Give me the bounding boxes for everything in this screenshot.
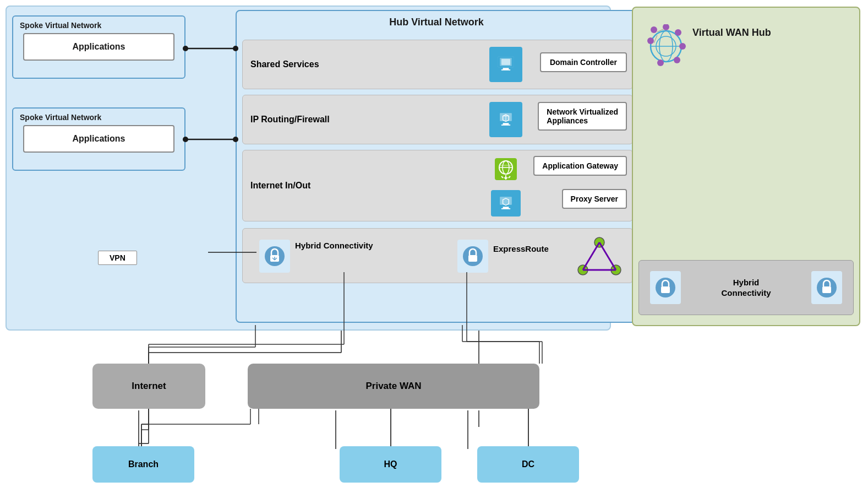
hybrid-lock-icon-right	[457, 240, 488, 273]
nva-box: Network VirtualizedAppliances	[538, 102, 627, 131]
internet-label: Internet	[132, 381, 166, 392]
proxy-server-box: Proxy Server	[562, 189, 627, 209]
svg-rect-20	[501, 59, 510, 65]
ip-routing-section: IP Routing/Firewall Network VirtualizedA…	[242, 95, 633, 144]
nva-label: Network VirtualizedAppliances	[547, 107, 618, 125]
svg-point-65	[679, 43, 686, 50]
wan-hub-title: Virtual WAN Hub	[692, 27, 771, 39]
hq-node: HQ	[340, 446, 441, 483]
globe-icon	[644, 24, 688, 68]
hybrid-connectivity-hub-label: Hybrid Connectivity	[295, 241, 373, 250]
wan-hybrid-label: HybridConnectivity	[721, 277, 771, 299]
spoke-vnet-2: Spoke Virtual Network Applications	[12, 107, 185, 171]
monitor-icon-1	[496, 55, 516, 74]
hub-vnet: Hub Virtual Network Shared Services Doma…	[236, 10, 637, 323]
wan-globe-icon	[644, 24, 688, 68]
branch-node: Branch	[92, 446, 194, 483]
triangle-icon	[577, 237, 621, 275]
wan-lock-icon-left	[650, 271, 681, 304]
vpn-label-box: VPN	[98, 251, 137, 265]
svg-rect-25	[503, 123, 509, 125]
spoke1-app-box: Applications	[23, 33, 174, 61]
svg-rect-42	[501, 208, 510, 209]
svg-point-67	[657, 59, 664, 66]
svg-point-64	[675, 29, 681, 36]
wan-lock-1	[654, 277, 676, 299]
expressroute-label: ExpressRoute	[493, 244, 549, 253]
diagram-container: Spoke Virtual Network Applications Spoke…	[0, 0, 868, 487]
monitor-icon-3	[496, 193, 516, 213]
shared-services-section: Shared Services Domain Controller	[242, 40, 633, 89]
proxy-server-icon	[489, 189, 522, 218]
svg-rect-26	[501, 125, 510, 126]
expressroute-triangle	[577, 237, 621, 278]
spoke1-app-label: Applications	[72, 42, 125, 51]
svg-point-63	[663, 24, 669, 30]
wan-lock-icon-right	[811, 271, 842, 304]
hq-label: HQ	[384, 459, 397, 469]
monitor-icon-2	[496, 110, 516, 129]
domain-controller-box: Domain Controller	[540, 52, 627, 72]
svg-rect-21	[503, 68, 509, 69]
svg-point-66	[674, 57, 680, 63]
wan-hybrid-section: HybridConnectivity	[638, 260, 854, 315]
internet-inout-section: Internet In/Out	[242, 150, 633, 221]
svg-point-62	[651, 26, 657, 33]
wan-lock-2	[816, 277, 838, 299]
app-gateway-icon	[489, 155, 522, 183]
ip-routing-icon	[489, 102, 522, 137]
green-globe-icon	[492, 155, 520, 183]
svg-rect-71	[661, 286, 670, 293]
spoke1-title: Spoke Virtual Network	[18, 21, 180, 30]
hybrid-lock-icon-left	[259, 240, 290, 273]
spoke2-title: Spoke Virtual Network	[18, 113, 180, 122]
svg-rect-41	[503, 207, 509, 208]
shared-services-label: Shared Services	[250, 59, 319, 69]
dc-node: DC	[477, 446, 579, 483]
lock-icon-2	[462, 245, 484, 267]
vpn-label: VPN	[110, 253, 125, 262]
svg-line-54	[583, 242, 599, 270]
dc-label: DC	[522, 459, 534, 469]
hybrid-connectivity-hub-section: Hybrid Connectivity ExpressRoute	[242, 228, 633, 283]
shared-services-icon	[489, 47, 522, 82]
internet-inout-label: Internet In/Out	[250, 181, 310, 191]
lock-icon-1	[264, 245, 286, 267]
ip-routing-label: IP Routing/Firewall	[250, 115, 330, 125]
domain-controller-label: Domain Controller	[550, 58, 617, 67]
branch-label: Branch	[128, 459, 159, 469]
spoke-vnet-1: Spoke Virtual Network Applications	[12, 15, 185, 79]
app-gateway-box: Application Gateway	[533, 156, 627, 176]
svg-rect-73	[822, 286, 831, 293]
svg-line-55	[599, 242, 616, 270]
spoke2-app-label: Applications	[72, 134, 125, 143]
svg-rect-22	[501, 69, 510, 71]
hub-title: Hub Virtual Network	[237, 11, 636, 31]
internet-node: Internet	[92, 364, 205, 409]
svg-point-61	[647, 37, 654, 44]
private-wan-node: Private WAN	[248, 364, 539, 409]
app-gateway-label: Application Gateway	[542, 161, 618, 170]
svg-rect-50	[468, 255, 477, 262]
private-wan-label: Private WAN	[365, 381, 421, 392]
spoke2-app-box: Applications	[23, 125, 174, 153]
wan-hub: Virtual WAN Hub HybridConnectivity	[632, 7, 860, 326]
proxy-server-label: Proxy Server	[571, 194, 618, 203]
